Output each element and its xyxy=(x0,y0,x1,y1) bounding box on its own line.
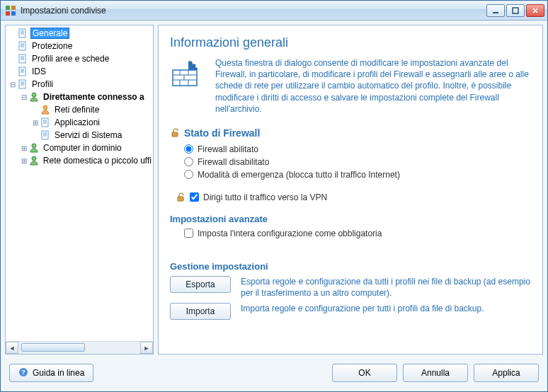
twist-spacer xyxy=(8,29,17,38)
tree-item[interactable]: ⊞Applicazioni xyxy=(6,116,153,129)
tree-item[interactable]: Reti definite xyxy=(6,103,153,116)
scroll-left-arrow[interactable]: ◄ xyxy=(6,342,18,354)
user-orange-icon xyxy=(40,104,51,115)
radio-firewall-disabled[interactable]: Firewall disabilitato xyxy=(170,156,531,168)
svg-rect-14 xyxy=(19,54,25,63)
twist-spacer xyxy=(8,42,17,50)
svg-rect-0 xyxy=(6,6,10,10)
svg-rect-6 xyxy=(19,29,25,38)
nav-tree-pane: GeneraleProtezioneProfili aree e schedeI… xyxy=(5,25,154,354)
scroll-thumb[interactable] xyxy=(21,343,85,352)
status-heading-text: Stato di Firewall xyxy=(184,127,260,139)
radio-enabled-input[interactable] xyxy=(184,144,193,154)
svg-text:?: ? xyxy=(21,369,25,376)
export-button[interactable]: Esporta xyxy=(170,276,231,293)
tree-item-label: IDS xyxy=(30,67,47,76)
radio-emergency-input[interactable] xyxy=(184,170,193,179)
user-icon xyxy=(28,91,40,103)
help-button[interactable]: ? Guida in linea xyxy=(9,364,93,382)
apply-button[interactable]: Applica xyxy=(474,364,539,382)
ok-button[interactable]: OK xyxy=(332,364,397,382)
tree-item[interactable]: IDS xyxy=(6,65,153,78)
nav-tree[interactable]: GeneraleProtezioneProfili aree e schedeI… xyxy=(6,25,153,341)
expand-icon[interactable]: ⊞ xyxy=(20,144,28,152)
import-description: Importa regole e configurazione per tutt… xyxy=(241,303,531,314)
tree-item[interactable]: Generale xyxy=(6,27,153,40)
app-icon xyxy=(5,5,16,16)
doc-icon xyxy=(40,129,51,141)
tree-item[interactable]: Servizi di Sistema xyxy=(6,129,153,142)
horizontal-scrollbar[interactable]: ◄ ► xyxy=(6,341,153,354)
tree-item[interactable]: ⊟Profili xyxy=(6,78,153,91)
minimize-button[interactable] xyxy=(486,4,505,17)
status-heading: Stato di Firewall xyxy=(170,127,531,139)
svg-rect-38 xyxy=(173,70,197,86)
intro-text: Questa finestra di dialogo consente di m… xyxy=(215,57,531,115)
maximize-button[interactable] xyxy=(506,4,525,17)
svg-point-37 xyxy=(32,156,36,161)
vpn-checkbox[interactable] xyxy=(190,192,199,202)
svg-rect-3 xyxy=(11,11,16,16)
twist-spacer xyxy=(31,131,40,139)
radio-disabled-input[interactable] xyxy=(184,157,193,166)
scroll-track[interactable] xyxy=(18,342,140,354)
export-description: Esporta regole e configurazione da tutti… xyxy=(241,276,531,299)
radio-emergency-mode[interactable]: Modalità di emergenza (blocca tutto il t… xyxy=(170,168,531,181)
page-title: Informazioni generali xyxy=(170,35,531,50)
radio-disabled-label: Firewall disabilitato xyxy=(198,157,269,167)
svg-rect-46 xyxy=(172,132,178,137)
help-icon: ? xyxy=(18,367,28,379)
tree-item-label: Rete domestica o piccolo uffi xyxy=(42,156,153,166)
svg-point-36 xyxy=(32,144,36,148)
expand-icon[interactable]: ⊞ xyxy=(31,118,40,127)
close-button[interactable] xyxy=(526,4,544,17)
radio-emergency-label: Modalità di emergenza (blocca tutto il t… xyxy=(198,170,400,180)
radio-firewall-enabled[interactable]: Firewall abilitato xyxy=(170,143,531,156)
user-icon xyxy=(28,155,40,166)
svg-rect-47 xyxy=(178,197,183,201)
lock-open-icon xyxy=(176,192,185,202)
svg-rect-5 xyxy=(513,8,518,13)
lock-open-icon xyxy=(170,128,180,138)
twist-spacer xyxy=(31,105,40,114)
tree-item-label: Reti definite xyxy=(53,105,101,115)
dialog-window: Impostazioni condivise GeneraleProtezion… xyxy=(0,0,548,392)
svg-rect-1 xyxy=(11,6,16,10)
scroll-right-arrow[interactable]: ► xyxy=(140,342,153,354)
expand-icon[interactable]: ⊞ xyxy=(20,156,28,165)
doc-icon xyxy=(17,28,28,39)
help-button-label: Guida in linea xyxy=(33,368,84,378)
doc-icon xyxy=(40,117,51,128)
dialog-footer: ? Guida in linea OK Annulla Applica xyxy=(5,359,543,387)
tree-item-label: Generale xyxy=(30,28,69,39)
twist-spacer xyxy=(8,67,17,76)
tree-item-label: Computer in dominio xyxy=(42,143,123,153)
svg-point-27 xyxy=(43,105,47,110)
tree-item[interactable]: ⊞Rete domestica o piccolo uffi xyxy=(6,154,153,167)
mandatory-config-row[interactable]: Imposta l'intera configurazione come obb… xyxy=(170,227,531,240)
firewall-icon xyxy=(170,57,202,90)
collapse-icon[interactable]: ⊟ xyxy=(20,93,28,101)
cancel-button[interactable]: Annulla xyxy=(403,364,468,382)
user-icon xyxy=(28,142,40,154)
import-button[interactable]: Importa xyxy=(170,303,231,320)
tree-item[interactable]: ⊞Computer in dominio xyxy=(6,142,153,154)
mandatory-config-checkbox[interactable] xyxy=(184,229,193,238)
svg-rect-2 xyxy=(6,11,10,16)
advanced-heading: Impostazioni avanzate xyxy=(170,214,531,224)
doc-icon xyxy=(17,79,28,90)
svg-rect-18 xyxy=(19,67,25,76)
tree-item[interactable]: Profili aree e schede xyxy=(6,52,153,65)
tree-item[interactable]: Protezione xyxy=(6,40,153,52)
management-heading: Gestione impostazioni xyxy=(170,261,531,272)
tree-item[interactable]: ⊟Direttamente connesso a xyxy=(6,91,153,103)
content-pane: Informazioni generali xyxy=(158,25,543,354)
tree-item-label: Profili xyxy=(30,79,55,89)
svg-rect-4 xyxy=(493,12,498,13)
tree-item-label: Direttamente connesso a xyxy=(42,92,146,102)
collapse-icon[interactable]: ⊟ xyxy=(8,80,17,88)
tree-item-label: Applicazioni xyxy=(53,117,101,127)
window-title: Impostazioni condivise xyxy=(21,6,486,16)
tree-item-label: Profili aree e schede xyxy=(30,54,110,64)
titlebar[interactable]: Impostazioni condivise xyxy=(1,1,547,21)
